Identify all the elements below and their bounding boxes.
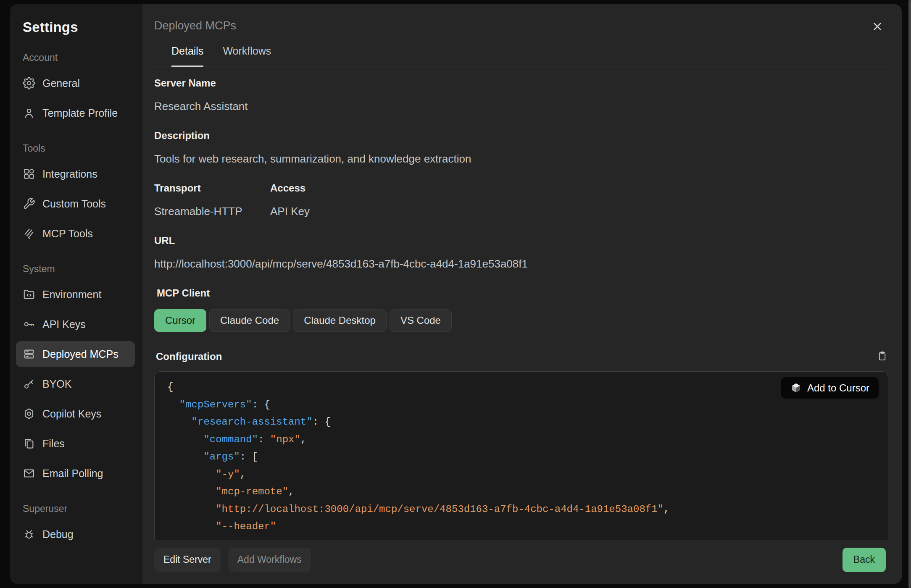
footer: Edit Server Add Workflows Back [142, 540, 902, 584]
sidebar-section-superuser: Superuser [23, 503, 135, 514]
sidebar-item-label: Template Profile [42, 107, 118, 119]
back-button[interactable]: Back [843, 548, 886, 572]
details-content: Server Name Research Assistant Descripti… [142, 66, 902, 540]
pages-icon [23, 437, 35, 450]
sidebar-item-byok[interactable]: BYOK [16, 371, 135, 397]
envelope-icon [23, 467, 35, 480]
add-to-cursor-button[interactable]: Add to Cursor [781, 377, 879, 399]
sidebar-item-custom-tools[interactable]: Custom Tools [16, 191, 135, 217]
sidebar-item-integrations[interactable]: Integrations [16, 161, 135, 187]
folder-code-icon [23, 288, 35, 301]
client-button-cursor[interactable]: Cursor [154, 309, 206, 332]
sidebar-item-label: Files [42, 438, 65, 450]
sidebar-section-account: Account [23, 52, 135, 63]
sidebar-item-debug[interactable]: Debug [16, 521, 135, 547]
sidebar-item-general[interactable]: General [16, 70, 135, 96]
panel-header: Deployed MCPs [142, 4, 902, 32]
grid-icon [23, 168, 35, 180]
access-label: Access [270, 182, 310, 194]
client-button-vs-code[interactable]: VS Code [390, 309, 452, 332]
page-scrollbar[interactable] [908, 0, 911, 588]
configuration-row: Configuration [154, 350, 888, 363]
client-button-claude-desktop[interactable]: Claude Desktop [293, 309, 387, 332]
configuration-label: Configuration [156, 351, 222, 362]
configuration-code-block[interactable]: { "mcpServers": { "research-assistant": … [154, 371, 888, 540]
client-button-claude-code[interactable]: Claude Code [209, 309, 290, 332]
mcp-layers-icon [23, 227, 35, 240]
sidebar-item-label: Debug [42, 528, 74, 541]
sidebar-item-copilot-keys[interactable]: Copilot Keys [16, 401, 135, 427]
hexagon-target-icon [23, 407, 35, 420]
sidebar-item-files[interactable]: Files [16, 430, 135, 457]
settings-title: Settings [23, 19, 135, 35]
mcp-client-selector: Cursor Claude Code Claude Desktop VS Cod… [154, 309, 888, 332]
edit-server-button[interactable]: Edit Server [154, 548, 221, 572]
add-workflows-button[interactable]: Add Workflows [228, 548, 311, 572]
settings-sidebar: Settings Account General Template Profil… [10, 4, 142, 584]
server-stack-icon [23, 348, 35, 360]
description-value: Tools for web research, summarization, a… [154, 152, 888, 165]
key-horizontal-icon [23, 318, 35, 331]
clipboard-icon[interactable] [876, 350, 888, 363]
settings-modal: Settings Account General Template Profil… [10, 4, 902, 584]
add-to-cursor-label: Add to Cursor [807, 382, 869, 394]
panel-title: Deployed MCPs [154, 19, 885, 32]
sidebar-item-template-profile[interactable]: Template Profile [16, 100, 135, 126]
sidebar-item-label: Deployed MCPs [42, 348, 118, 360]
server-name-value: Research Assistant [154, 100, 888, 113]
sidebar-item-label: Email Polling [42, 467, 103, 480]
url-label: URL [154, 235, 888, 247]
sidebar-item-label: API Keys [42, 318, 86, 331]
sidebar-item-label: Environment [42, 289, 101, 301]
close-icon[interactable] [870, 19, 885, 34]
deployed-mcps-panel: Deployed MCPs Details Workflows Server N… [142, 4, 902, 584]
sidebar-item-api-keys[interactable]: API Keys [16, 311, 135, 337]
cursor-cube-icon [790, 382, 802, 394]
tabs-row: Details Workflows [149, 45, 894, 66]
sidebar-item-deployed-mcps[interactable]: Deployed MCPs [16, 341, 135, 367]
description-label: Description [154, 130, 888, 142]
sidebar-item-label: Integrations [42, 168, 97, 180]
access-value: API Key [270, 205, 310, 218]
transport-label: Transport [154, 182, 270, 194]
screen-background: Settings Account General Template Profil… [0, 0, 911, 588]
sidebar-item-environment[interactable]: Environment [16, 281, 135, 307]
sidebar-item-label: Copilot Keys [42, 408, 101, 420]
sidebar-item-label: BYOK [42, 378, 71, 390]
sidebar-section-tools: Tools [23, 143, 135, 154]
key-diagonal-icon [23, 378, 35, 390]
sidebar-item-mcp-tools[interactable]: MCP Tools [16, 220, 135, 247]
tab-details[interactable]: Details [171, 45, 203, 67]
gear-icon [23, 77, 35, 89]
code-lines: { "mcpServers": { "research-assistant": … [167, 378, 888, 536]
sidebar-item-label: MCP Tools [42, 228, 93, 240]
transport-value: Streamable-HTTP [154, 205, 270, 218]
user-icon [23, 107, 35, 119]
sidebar-item-label: General [42, 77, 80, 89]
url-value: http://localhost:3000/api/mcp/serve/4853… [154, 257, 888, 270]
wrench-icon [23, 197, 35, 210]
server-name-label: Server Name [154, 77, 888, 89]
tab-workflows[interactable]: Workflows [223, 45, 271, 67]
bug-icon [23, 528, 35, 541]
sidebar-item-email-polling[interactable]: Email Polling [16, 460, 135, 486]
mcp-client-label: MCP Client [157, 287, 888, 299]
sidebar-item-label: Custom Tools [42, 198, 106, 210]
sidebar-section-system: System [23, 263, 135, 275]
